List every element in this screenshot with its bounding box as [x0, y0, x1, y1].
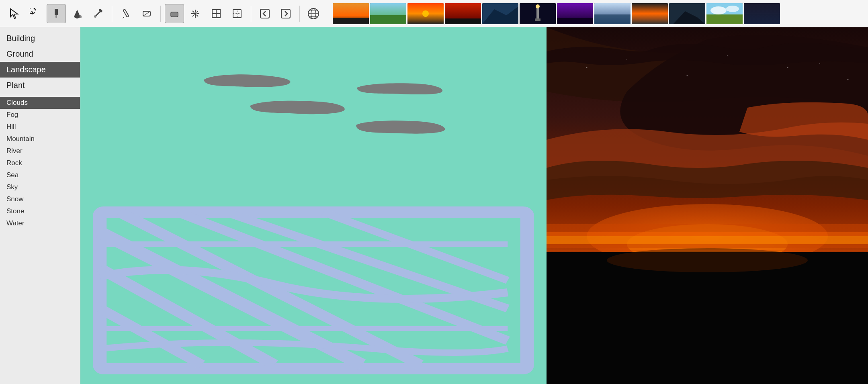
svg-line-19 [192, 15, 194, 16]
sub-stone[interactable]: Stone [0, 205, 80, 217]
svg-rect-41 [445, 18, 481, 24]
globe-tool[interactable] [304, 4, 323, 23]
forward-tool[interactable] [276, 4, 295, 23]
svg-point-58 [726, 6, 739, 12]
strip-thumb-5[interactable] [482, 3, 518, 24]
sub-hill[interactable]: Hill [0, 121, 80, 133]
svg-rect-51 [594, 14, 631, 24]
eraser-stroke-tool[interactable] [137, 4, 156, 23]
svg-rect-1 [55, 9, 58, 15]
svg-point-47 [536, 4, 540, 8]
divider1 [112, 6, 112, 22]
svg-rect-27 [260, 9, 269, 18]
svg-rect-46 [535, 18, 540, 21]
sub-sky[interactable]: Sky [0, 181, 80, 193]
sidebar-divider [0, 95, 80, 95]
sub-clouds[interactable]: Clouds [0, 97, 80, 109]
svg-point-90 [787, 67, 788, 68]
strip-thumb-11[interactable] [706, 3, 743, 24]
svg-point-39 [422, 10, 429, 17]
strip-thumb-4[interactable] [445, 3, 481, 24]
svg-rect-52 [632, 3, 668, 24]
svg-rect-11 [171, 12, 178, 17]
divider4 [299, 6, 300, 22]
eraser-tool[interactable] [165, 4, 184, 23]
svg-rect-3 [80, 15, 82, 18]
strip-thumb-7[interactable] [557, 3, 593, 24]
svg-line-18 [197, 11, 198, 12]
category-plant[interactable]: Plant [0, 78, 80, 93]
pencil-tool[interactable] [116, 4, 135, 23]
svg-point-86 [687, 75, 688, 76]
svg-rect-45 [536, 7, 539, 19]
main-area: Building Ground Landscape Plant Clouds F… [0, 27, 868, 384]
svg-point-57 [710, 6, 727, 14]
svg-rect-80 [547, 236, 868, 244]
sub-snow[interactable]: Snow [0, 193, 80, 205]
pointer-tool[interactable] [5, 4, 24, 23]
dropper-tool[interactable] [88, 4, 108, 23]
back-tool[interactable] [255, 4, 274, 23]
svg-marker-0 [10, 9, 18, 18]
canvas-svg [80, 27, 547, 384]
divider3 [251, 6, 251, 22]
sub-rock[interactable]: Rock [0, 157, 80, 169]
svg-point-82 [607, 248, 808, 272]
grid-tool[interactable] [207, 4, 226, 23]
svg-rect-49 [557, 18, 593, 24]
toolbar [0, 0, 868, 27]
image-strip [333, 3, 780, 24]
svg-rect-28 [281, 9, 290, 18]
strip-thumb-2[interactable] [370, 3, 406, 24]
divider2 [160, 6, 161, 22]
strip-thumb-12[interactable] [744, 3, 780, 24]
svg-point-89 [727, 55, 728, 56]
preview-panel [547, 27, 868, 384]
svg-point-84 [586, 67, 588, 68]
strip-thumb-8[interactable] [594, 3, 631, 24]
sidebar: Building Ground Landscape Plant Clouds F… [0, 27, 80, 384]
svg-rect-35 [333, 18, 369, 24]
svg-rect-60 [744, 14, 780, 14]
svg-line-17 [197, 15, 198, 16]
strip-thumb-3[interactable] [407, 3, 444, 24]
sub-fog[interactable]: Fog [0, 109, 80, 121]
sub-river[interactable]: River [0, 145, 80, 157]
fill-tool[interactable] [68, 4, 87, 23]
strip-thumb-10[interactable] [669, 3, 705, 24]
svg-rect-56 [706, 14, 743, 24]
drawing-canvas[interactable] [80, 27, 547, 384]
svg-rect-7 [123, 9, 129, 17]
strip-thumb-1[interactable] [333, 3, 369, 24]
svg-marker-8 [123, 17, 124, 18]
sub-sea[interactable]: Sea [0, 169, 80, 181]
category-building[interactable]: Building [0, 31, 80, 46]
svg-rect-37 [370, 15, 406, 24]
magic-wand-tool[interactable] [186, 4, 205, 23]
svg-rect-2 [55, 15, 57, 18]
strip-thumb-9[interactable] [632, 3, 668, 24]
sub-water[interactable]: Water [0, 217, 80, 229]
svg-point-5 [94, 15, 96, 18]
sub-mountain[interactable]: Mountain [0, 133, 80, 145]
category-landscape[interactable]: Landscape [0, 62, 80, 78]
svg-line-4 [96, 11, 100, 16]
category-ground[interactable]: Ground [0, 46, 80, 62]
brush-tool[interactable] [47, 4, 66, 23]
svg-line-16 [192, 11, 194, 12]
svg-line-10 [143, 11, 150, 16]
undo-tool[interactable] [26, 4, 45, 23]
svg-point-20 [194, 12, 197, 15]
svg-point-88 [848, 79, 849, 80]
zoom-tool[interactable] [227, 4, 247, 23]
svg-point-87 [819, 63, 820, 64]
svg-point-85 [626, 59, 627, 60]
strip-thumb-6[interactable] [520, 3, 556, 24]
